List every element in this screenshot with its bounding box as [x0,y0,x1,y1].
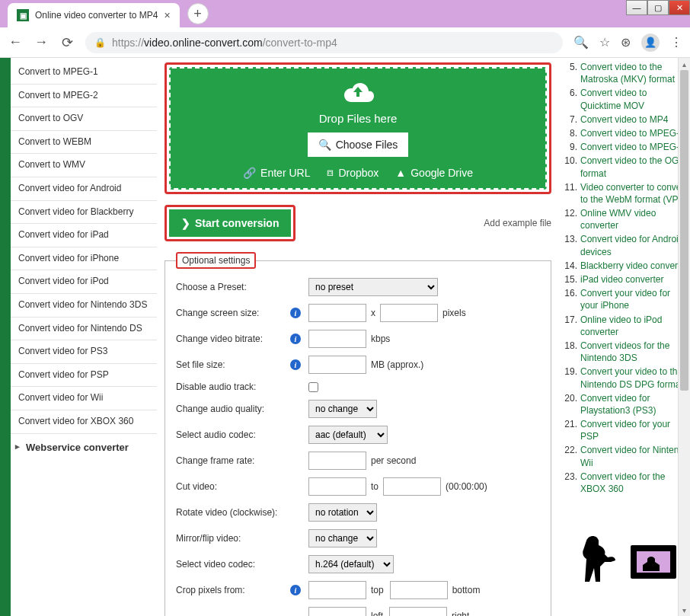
left-accent-bar [0,58,11,616]
related-link[interactable]: Convert video to the OGV format [580,155,690,179]
disable-audio-label: Disable audio track: [176,381,290,392]
related-link[interactable]: Blackberry video converter [580,260,688,272]
bitrate-label: Change video bitrate: [176,334,290,344]
related-link[interactable]: Convert video for Playstation3 (PS3) [580,392,690,417]
promo-silhouette-image [564,518,690,594]
related-link-item: 14.Blackberry video converter [564,260,690,272]
sidebar-item[interactable]: Convert to OGV [11,107,157,131]
scroll-down-icon[interactable]: ▾ [679,604,690,616]
related-link[interactable]: iPad video converter [580,273,663,286]
search-icon[interactable]: 🔍 [573,35,589,49]
framerate-input[interactable] [308,452,366,470]
crop-top-input[interactable] [308,581,366,599]
size-x: x [371,308,375,318]
related-link[interactable]: Convert your video for your iPhone [580,287,690,311]
related-link-item: 20.Convert video for Playstation3 (PS3) [564,392,690,417]
sidebar-item[interactable]: Convert video for Android [11,177,157,201]
dropzone-highlight: Drop Files here 🔍 Choose Files 🔗Enter UR… [165,62,551,194]
filesize-input[interactable] [308,356,366,374]
sidebar-item[interactable]: Convert video for Blackberry [11,201,157,225]
sidebar-item[interactable]: Convert video for iPad [11,224,157,247]
info-icon[interactable]: i [290,308,301,318]
sidebar-item[interactable]: Convert video for XBOX 360 [11,410,157,434]
info-icon[interactable]: i [290,334,301,344]
related-link[interactable]: Convert your video to the Nintendo DS DP… [580,365,690,390]
related-link-item: 13.Convert video for Android devices [564,233,690,257]
related-link[interactable]: Convert video for Android devices [580,233,690,257]
choose-files-button[interactable]: 🔍 Choose Files [308,132,409,157]
maximize-button[interactable]: ▢ [647,0,669,15]
extension-icon[interactable]: ⊛ [621,35,631,49]
star-icon[interactable]: ☆ [599,35,610,49]
crop-left-input[interactable] [308,607,366,616]
crop-bottom-input[interactable] [390,581,448,599]
sidebar-item[interactable]: Convert video for PSP [11,364,157,388]
disable-audio-checkbox[interactable] [308,382,318,392]
scrollbar[interactable]: ▴ ▾ [678,58,690,616]
scroll-up-icon[interactable]: ▴ [679,58,690,70]
related-link[interactable]: Online video to iPod converter [580,314,690,338]
sidebar-item[interactable]: Convert to WMV [11,154,157,177]
related-link[interactable]: Convert video to MPEG-2 [580,141,685,153]
related-link[interactable]: Convert video for the XBOX 360 [580,471,690,495]
related-link[interactable]: Online WMV video converter [580,207,690,231]
sidebar-item[interactable]: Convert video for iPhone [11,247,157,271]
sidebar-item[interactable]: Convert video for Nintendo 3DS [11,294,157,318]
crop-right-input[interactable] [389,607,447,616]
related-link[interactable]: Convert video to MPEG-1 [580,127,685,139]
info-icon[interactable]: i [290,359,301,370]
related-link[interactable]: Convert video for Nintendo Wii [580,444,690,468]
google-drive-link[interactable]: ▲Google Drive [395,166,473,179]
audio-quality-select[interactable]: no change [308,400,377,418]
info-icon[interactable]: i [290,585,301,595]
cut-from-input[interactable] [308,477,366,496]
dropbox-link[interactable]: ⧈Dropbox [327,166,379,179]
sidebar-item[interactable]: Convert video for Wii [11,387,157,410]
dropzone-label: Drop Files here [178,112,538,125]
cut-to-input[interactable] [383,477,441,496]
sidebar-webservice[interactable]: Webservice converter [11,434,157,461]
enter-url-link[interactable]: 🔗Enter URL [243,166,310,179]
sidebar-item[interactable]: Convert video for iPod [11,270,157,294]
rotate-select[interactable]: no rotation [308,503,377,522]
sidebar-item[interactable]: Convert to MPEG-1 [11,61,157,85]
sidebar-item[interactable]: Convert to MPEG-2 [11,85,157,108]
mirror-select[interactable]: no change [308,529,377,547]
sidebar-item[interactable]: Convert video for Nintendo DS [11,318,157,341]
browser-tab[interactable]: ▣ Online video converter to MP4 × [8,3,180,27]
related-link[interactable]: Convert video to Quicktime MOV [580,87,690,111]
sidebar-item[interactable]: Convert video for PS3 [11,340,157,364]
related-link-item: 19.Convert your video to the Nintendo DS… [564,365,690,390]
avatar-icon[interactable]: 👤 [641,34,660,52]
file-dropzone[interactable]: Drop Files here 🔍 Choose Files 🔗Enter UR… [169,67,547,190]
minimize-button[interactable]: — [626,0,647,15]
related-link[interactable]: Video converter to convert to the WebM f… [580,181,690,206]
right-column: 5.Convert video to the Matroska (MKV) fo… [559,58,690,616]
menu-icon[interactable]: ⋮ [670,35,682,49]
new-tab-button[interactable]: + [187,3,209,24]
reload-button[interactable]: ⟳ [59,34,75,51]
forward-button[interactable]: → [34,34,49,50]
preset-select[interactable]: no preset [308,278,438,296]
related-link-item: 23.Convert video for the XBOX 360 [564,471,690,495]
related-link[interactable]: Convert videos for the Nintendo 3DS [580,340,690,364]
back-button[interactable]: ← [8,34,23,50]
tab-close-icon[interactable]: × [164,9,170,21]
audio-codec-select[interactable]: aac (default) [308,426,388,444]
video-codec-select[interactable]: h.264 (default) [308,555,394,573]
cut-label: Cut video: [176,481,290,492]
scrollbar-thumb[interactable] [680,70,688,391]
related-link[interactable]: Convert video to MP4 [580,113,668,126]
related-link[interactable]: Convert video for your PSP [580,418,690,442]
bitrate-input[interactable] [308,330,366,348]
close-button[interactable]: ✕ [669,0,690,15]
window-controls: — ▢ ✕ [626,0,690,15]
height-input[interactable] [380,304,438,322]
width-input[interactable] [308,304,366,322]
start-conversion-button[interactable]: ❯ Start conversion [169,209,291,237]
related-link[interactable]: Convert video to the Matroska (MKV) form… [580,61,690,85]
sidebar-item[interactable]: Convert to WEBM [11,131,157,155]
related-link-item: 8.Convert video to MPEG-1 [564,127,690,139]
add-example-file-link[interactable]: Add example file [484,218,551,228]
url-input[interactable]: 🔒 https://video.online-convert.com/conve… [85,32,563,53]
